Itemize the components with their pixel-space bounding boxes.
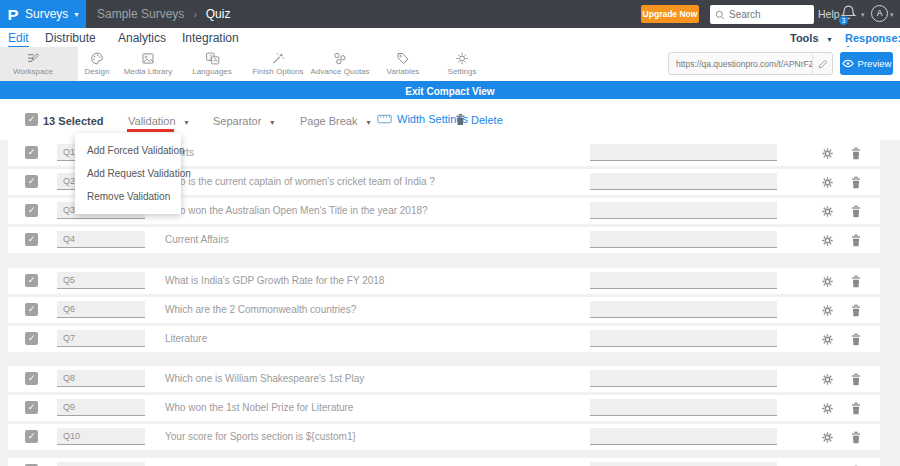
separator-dropdown[interactable]: Separator▾ [213,115,274,127]
question-settings-icon [821,373,834,386]
tab-analytics[interactable]: Analytics [118,31,166,45]
trash-icon [455,113,466,126]
question-answer-input[interactable] [590,144,777,161]
question-code-input[interactable]: Q5 [57,272,145,289]
select-all-checkbox[interactable]: ✓ [25,113,38,126]
question-checkbox[interactable]: ✓ [25,233,38,246]
question-checkbox[interactable]: ✓ [25,430,38,443]
question-answer-input[interactable] [590,330,777,347]
question-delete-icon [850,431,862,444]
question-code-input[interactable]: Q7 [57,330,145,347]
question-checkbox[interactable]: ✓ [25,332,38,345]
tab-integration[interactable]: Integration [182,31,239,45]
question-settings-button[interactable] [821,303,834,321]
question-checkbox[interactable]: ✓ [25,146,38,159]
survey-url-field[interactable]: https://qa.questionpro.com/t/APNrFZeY [668,52,833,75]
question-delete-button[interactable] [850,146,862,164]
question-row: ✓Q9Who won the 1st Nobel Prize for Liter… [8,395,880,421]
validation-dropdown[interactable]: Validation▾ [128,115,189,127]
question-checkbox[interactable]: ✓ [25,175,38,188]
questionpro-compact-view: P Surveys ▾ Sample Surveys › Quiz Upgrad… [0,0,900,466]
question-answer-input[interactable] [590,462,777,466]
toolbar-item-settings[interactable]: Settings [417,47,507,81]
question-delete-button[interactable] [850,303,862,321]
global-search[interactable] [710,5,814,24]
question-answer-input[interactable] [590,272,777,289]
variables-tag-icon [395,51,411,66]
question-settings-button[interactable] [821,146,834,164]
question-settings-button[interactable] [821,175,834,193]
question-settings-icon [821,431,834,444]
question-delete-button[interactable] [850,233,862,251]
question-settings-button[interactable] [821,204,834,222]
question-code-input[interactable]: Q10 [57,428,145,445]
surveys-product-switcher[interactable]: P Surveys ▾ [0,0,86,28]
question-delete-button[interactable] [850,430,862,448]
notifications-button[interactable]: 3 [840,4,860,24]
question-settings-icon [821,275,834,288]
question-code-input[interactable]: Q6 [57,301,145,318]
chevron-down-icon: ▾ [828,35,832,44]
avatar[interactable]: A [871,5,888,22]
question-row: ✓Q4Current Affairs [8,227,880,253]
help-link[interactable]: Help [818,8,840,20]
eye-icon [842,59,854,68]
page-break-dropdown[interactable]: Page Break▾ [300,115,371,127]
question-delete-icon [850,205,862,218]
menu-item-remove-validation[interactable]: Remove Validation [75,185,181,208]
edit-url-button[interactable] [812,53,832,74]
question-settings-icon [821,304,834,317]
question-checkbox[interactable]: ✓ [25,204,38,217]
question-checkbox[interactable]: ✓ [25,372,38,385]
question-settings-button[interactable] [821,401,834,419]
question-delete-button[interactable] [850,332,862,350]
notifications-chevron-icon[interactable]: ▾ [861,11,865,19]
question-settings-icon [821,333,834,346]
question-delete-button[interactable] [850,175,862,193]
question-answer-input[interactable] [590,301,777,318]
question-answer-input[interactable] [590,173,777,190]
question-row: ✓ [8,458,880,466]
tab-edit[interactable]: Edit [8,31,29,47]
question-code-input[interactable]: Q8 [57,370,145,387]
question-code-input[interactable]: Q9 [57,399,145,416]
breadcrumb-parent[interactable]: Sample Surveys [97,7,184,21]
question-settings-button[interactable] [821,274,834,292]
question-delete-button[interactable] [850,372,862,390]
question-delete-button[interactable] [850,204,862,222]
account-chevron-icon[interactable]: ▾ [890,11,894,19]
survey-url-text: https://qa.questionpro.com/t/APNrFZeY [669,59,812,69]
tools-dropdown[interactable]: Tools ▾ [790,32,832,44]
question-answer-input[interactable] [590,428,777,445]
advance-quotas-icon [332,51,348,66]
question-delete-button[interactable] [850,401,862,419]
question-code-input[interactable] [57,462,145,466]
search-input[interactable] [729,9,809,20]
question-settings-button[interactable] [821,332,834,350]
preview-button[interactable]: Preview [840,52,893,75]
question-delete-icon [850,275,862,288]
question-checkbox[interactable]: ✓ [25,274,38,287]
menu-item-add-request-validation[interactable]: Add Request Validation [75,162,181,185]
question-answer-input[interactable] [590,202,777,219]
question-checkbox[interactable]: ✓ [25,303,38,316]
selected-count-label: 13 Selected [43,115,104,127]
question-answer-input[interactable] [590,231,777,248]
question-settings-icon [821,402,834,415]
exit-compact-view-button[interactable]: Exit Compact View [405,86,494,97]
tab-distribute[interactable]: Distribute [45,31,96,45]
question-settings-button[interactable] [821,233,834,251]
menu-item-add-forced-validation[interactable]: Add Forced Validation [75,139,181,162]
upgrade-now-button[interactable]: Upgrade Now [641,5,699,23]
question-checkbox[interactable]: ✓ [25,401,38,414]
question-answer-input[interactable] [590,370,777,387]
question-settings-button[interactable] [821,430,834,448]
question-answer-input[interactable] [590,399,777,416]
workspace-icon [25,51,41,66]
question-code-input[interactable]: Q4 [57,231,145,248]
question-delete-button[interactable] [850,274,862,292]
question-delete-icon [850,402,862,415]
breadcrumb-current: Quiz [206,7,231,21]
question-settings-button[interactable] [821,372,834,390]
delete-button[interactable]: Delete [455,113,503,126]
